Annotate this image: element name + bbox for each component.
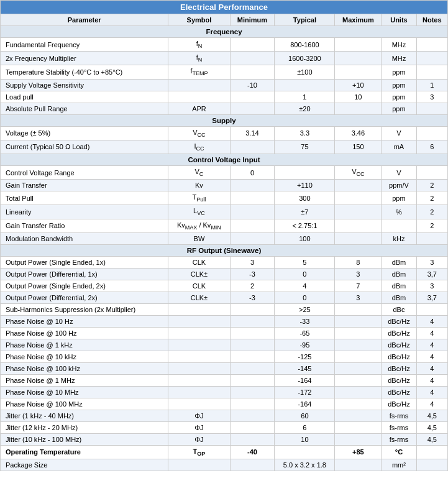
table-row: Fundamental FrequencyfN800-1600MHz bbox=[1, 38, 448, 52]
min-cell bbox=[230, 327, 275, 339]
min-cell: -10 bbox=[230, 79, 275, 91]
min-cell bbox=[230, 232, 275, 244]
min-cell: 0 bbox=[230, 165, 275, 179]
param-cell: Phase Noise @ 10 Hz bbox=[1, 315, 168, 327]
max-cell bbox=[335, 398, 382, 410]
max-cell bbox=[335, 219, 382, 232]
units-cell: dBc/Hz bbox=[382, 339, 416, 351]
max-cell bbox=[335, 303, 382, 315]
notes-cell bbox=[416, 52, 447, 65]
units-cell: ppm bbox=[382, 191, 416, 205]
max-cell bbox=[335, 339, 382, 351]
units-cell: fs-rms bbox=[382, 433, 416, 445]
param-cell: 2x Frequency Multiplier bbox=[1, 52, 168, 65]
param-cell: Voltage (± 5%) bbox=[1, 126, 168, 140]
notes-cell bbox=[416, 65, 447, 79]
typ-cell bbox=[275, 445, 335, 459]
table-row: Output Power (Single Ended, 1x)CLK358dBm… bbox=[1, 256, 448, 268]
typ-cell: -145 bbox=[275, 362, 335, 374]
notes-cell: 4 bbox=[416, 362, 447, 374]
min-cell bbox=[230, 52, 275, 65]
symbol-cell bbox=[168, 79, 230, 91]
symbol-cell: ΦJ bbox=[168, 410, 230, 421]
symbol-cell: Kv bbox=[168, 180, 230, 191]
min-cell bbox=[230, 433, 275, 445]
param-cell: Current (Typical 50 Ω Load) bbox=[1, 140, 168, 154]
symbol-cell: VCC bbox=[168, 126, 230, 140]
units-cell: ppm bbox=[382, 91, 416, 103]
typ-cell: +110 bbox=[275, 180, 335, 191]
min-cell bbox=[230, 410, 275, 421]
min-cell bbox=[230, 315, 275, 327]
max-cell bbox=[335, 410, 382, 421]
param-cell: Gain Transfer bbox=[1, 180, 168, 191]
units-cell: dBc bbox=[382, 303, 416, 315]
symbol-cell: LVC bbox=[168, 205, 230, 219]
symbol-cell: CLK± bbox=[168, 292, 230, 303]
max-cell: +85 bbox=[335, 445, 382, 459]
symbol-cell: CLK bbox=[168, 280, 230, 292]
notes-cell: 1 bbox=[416, 79, 447, 91]
notes-cell: 3 bbox=[416, 280, 447, 292]
units-cell: dBc/Hz bbox=[382, 386, 416, 398]
notes-cell: 4,5 bbox=[416, 410, 447, 421]
section-header-2: Control Voltage Input bbox=[1, 154, 448, 165]
typ-cell: ±20 bbox=[275, 103, 335, 114]
symbol-cell: APR bbox=[168, 103, 230, 114]
symbol-cell: ΦJ bbox=[168, 421, 230, 433]
section-header-0: Frequency bbox=[1, 26, 448, 38]
symbol-cell bbox=[168, 398, 230, 410]
typ-cell: >25 bbox=[275, 303, 335, 315]
typ-cell: 800-1600 bbox=[275, 38, 335, 52]
typ-cell: 100 bbox=[275, 232, 335, 244]
symbol-cell bbox=[168, 303, 230, 315]
min-cell bbox=[230, 351, 275, 362]
notes-cell: 3,7 bbox=[416, 268, 447, 280]
units-cell: mA bbox=[382, 140, 416, 154]
typ-cell: 60 bbox=[275, 410, 335, 421]
param-cell: Linearity bbox=[1, 205, 168, 219]
min-cell: 3 bbox=[230, 256, 275, 268]
units-cell: dBm bbox=[382, 292, 416, 303]
symbol-cell bbox=[168, 374, 230, 386]
symbol-cell: fTEMP bbox=[168, 65, 230, 79]
min-cell: -3 bbox=[230, 292, 275, 303]
units-cell: dBm bbox=[382, 268, 416, 280]
min-cell bbox=[230, 191, 275, 205]
param-cell: Phase Noise @ 100 kHz bbox=[1, 362, 168, 374]
min-cell bbox=[230, 303, 275, 315]
min-cell bbox=[230, 219, 275, 232]
param-cell: Gain Transfer Ratio bbox=[1, 219, 168, 232]
units-cell: MHz bbox=[382, 38, 416, 52]
table-row: Operating TemperatureTOP-40+85°C bbox=[1, 445, 448, 459]
min-cell bbox=[230, 374, 275, 386]
table-row: Jitter (10 kHz - 100 MHz)ΦJ10fs-rms4,5 bbox=[1, 433, 448, 445]
units-cell: mm² bbox=[382, 459, 416, 471]
min-cell bbox=[230, 386, 275, 398]
units-cell: kHz bbox=[382, 232, 416, 244]
max-cell bbox=[335, 38, 382, 52]
units-cell: dBc/Hz bbox=[382, 351, 416, 362]
notes-cell: 4 bbox=[416, 386, 447, 398]
min-cell bbox=[230, 38, 275, 52]
notes-cell bbox=[416, 103, 447, 114]
units-cell: dBc/Hz bbox=[382, 315, 416, 327]
table-title: Electrical Performance bbox=[1, 1, 448, 14]
symbol-cell bbox=[168, 459, 230, 471]
param-cell: Modulation Bandwidth bbox=[1, 232, 168, 244]
max-cell: +10 bbox=[335, 79, 382, 91]
section-header-1: Supply bbox=[1, 114, 448, 126]
typ-cell: -164 bbox=[275, 398, 335, 410]
max-cell: 10 bbox=[335, 91, 382, 103]
units-cell: dBm bbox=[382, 280, 416, 292]
table-row: Phase Noise @ 1 MHz-164dBc/Hz4 bbox=[1, 374, 448, 386]
notes-cell: 4 bbox=[416, 374, 447, 386]
param-cell: Sub-Harmonics Suppression (2x Multiplier… bbox=[1, 303, 168, 315]
max-cell bbox=[335, 205, 382, 219]
max-cell bbox=[335, 362, 382, 374]
typ-cell: 4 bbox=[275, 280, 335, 292]
symbol-cell bbox=[168, 339, 230, 351]
col-symbol: Symbol bbox=[168, 14, 230, 26]
table-row: Absolute Pull RangeAPR±20ppm bbox=[1, 103, 448, 114]
param-cell: Phase Noise @ 1 MHz bbox=[1, 374, 168, 386]
